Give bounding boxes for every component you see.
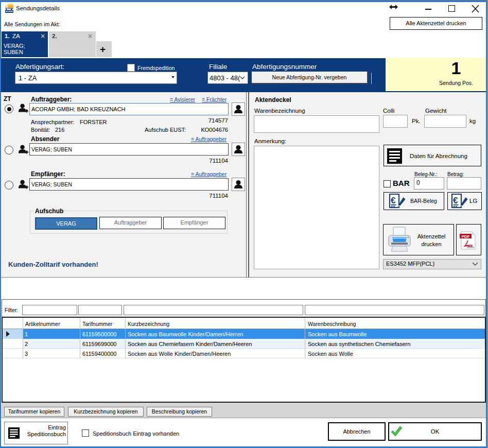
svg-text:€: € — [391, 196, 396, 205]
svg-text:PDF: PDF — [462, 234, 470, 239]
svg-text:Adobe: Adobe — [466, 246, 475, 249]
svg-text:€: € — [453, 196, 458, 205]
